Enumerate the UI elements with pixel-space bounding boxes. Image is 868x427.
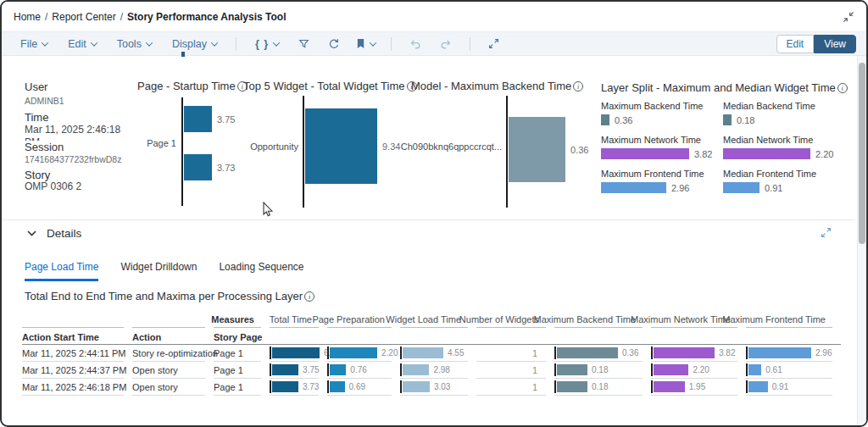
- action-start-time-cell[interactable]: Mar 11, 2025 2:46:18 PM: [22, 379, 124, 396]
- tab-loading-sequence[interactable]: Loading Sequence: [219, 261, 303, 281]
- data-bar: [723, 114, 732, 125]
- data-bar: [184, 154, 212, 180]
- story-page-cell[interactable]: Page 1: [214, 379, 261, 396]
- measure-cell[interactable]: 0.69: [327, 379, 392, 396]
- measure-cell[interactable]: 2.20: [327, 345, 392, 362]
- action-start-time-cell[interactable]: Mar 11, 2025 2:44:11 PM: [22, 345, 124, 362]
- header-cell: [22, 309, 124, 328]
- vertical-scrollbar-thumb[interactable]: [859, 63, 865, 244]
- col-header-max-frontend-time[interactable]: Maximum Frontend Time: [746, 309, 832, 328]
- axis-tick: [651, 347, 653, 359]
- view-mode-button[interactable]: View: [814, 35, 856, 53]
- script-menu-button[interactable]: { }: [247, 38, 287, 50]
- breadcrumb-report-center[interactable]: Report Center: [52, 11, 115, 23]
- tab-widget-drilldown[interactable]: Widget Drilldown: [120, 261, 197, 281]
- col-header-page-preparation[interactable]: Page Preparation: [327, 309, 392, 328]
- action-cell[interactable]: Open story: [132, 379, 205, 396]
- tile-label: Maximum Frontend Time: [601, 169, 723, 179]
- tab-page-load-time[interactable]: Page Load Time: [25, 261, 98, 281]
- measure-cell[interactable]: 3.82: [651, 345, 737, 362]
- measure-cell[interactable]: 3.03: [400, 379, 468, 396]
- story-page-cell[interactable]: Page 1: [214, 362, 261, 379]
- details-header[interactable]: Details: [27, 227, 81, 240]
- col-header-widget-load-time[interactable]: Widget Load Time: [400, 309, 468, 328]
- bar-startup-1[interactable]: 3.75: [184, 106, 235, 132]
- chevron-down-icon: [42, 39, 48, 46]
- measure-cell[interactable]: 2.20: [651, 362, 737, 379]
- layer-split-tile[interactable]: Maximum Frontend Time 2.96: [601, 169, 723, 193]
- breadcrumb-home[interactable]: Home: [14, 11, 41, 23]
- measure-cell[interactable]: 2.96: [746, 345, 832, 362]
- menu-display[interactable]: Display: [164, 38, 225, 50]
- axis-tick: [651, 363, 653, 376]
- details-expand-icon[interactable]: [821, 227, 832, 238]
- user-label: User: [25, 80, 47, 93]
- table-section-title: Total End to End Time and Maxima per Pro…: [25, 290, 314, 302]
- refresh-icon[interactable]: [320, 38, 348, 50]
- measure-cell[interactable]: 2.98: [400, 362, 468, 379]
- edit-mode-button[interactable]: Edit: [776, 35, 815, 53]
- measure-cell[interactable]: 0.61: [746, 362, 832, 379]
- story-page-cell[interactable]: Page 1: [214, 345, 261, 362]
- measure-cell[interactable]: 0.18: [554, 379, 643, 396]
- measure-cell[interactable]: 3.75: [270, 362, 319, 379]
- menu-file-label: File: [20, 38, 37, 50]
- bar-value: 2.20: [693, 365, 709, 374]
- measure-cell[interactable]: 0.91: [746, 379, 832, 396]
- toggle-fullscreen-icon[interactable]: [843, 11, 854, 23]
- axis-tick: [270, 347, 271, 359]
- measure-cell[interactable]: 6.75: [270, 345, 319, 362]
- col-header-max-backend-time[interactable]: Maximum Backend Time: [554, 309, 643, 328]
- chart-title-layer-split: Layer Split - Maximum and Median Widget …: [601, 81, 848, 94]
- data-bar: [305, 108, 377, 184]
- measure-cell[interactable]: 3.73: [270, 379, 319, 396]
- measure-cell[interactable]: 1: [476, 379, 546, 396]
- info-icon[interactable]: i: [573, 81, 583, 92]
- measure-cell[interactable]: 4.55: [400, 345, 468, 362]
- col-header-action-start-time[interactable]: Action Start Time: [22, 330, 132, 342]
- breadcrumb: Home / Report Center / Story Performance…: [2, 2, 866, 32]
- layer-split-tiles: Maximum Backend Time 0.36 Median Backend…: [601, 101, 845, 193]
- bar-value: 2.98: [433, 365, 449, 374]
- col-header-story-page[interactable]: Story Page: [214, 330, 270, 342]
- col-header-total-time[interactable]: Total Time: [270, 309, 319, 328]
- expand-fullscreen-icon[interactable]: [481, 38, 507, 49]
- measures-header[interactable]: Measures: [214, 309, 261, 328]
- measure-cell[interactable]: 0.76: [327, 362, 392, 379]
- vertical-scrollbar-track[interactable]: [857, 56, 866, 425]
- layer-split-tile[interactable]: Median Network Time 2.20: [723, 135, 845, 159]
- measure-cell[interactable]: 1: [476, 362, 546, 379]
- menu-file[interactable]: File: [12, 38, 56, 50]
- layer-split-tile[interactable]: Median Backend Time 0.18: [723, 101, 845, 125]
- measure-cell[interactable]: 0.18: [554, 362, 643, 379]
- action-cell[interactable]: Open story: [132, 362, 205, 379]
- table-row: Mar 11, 2025 2:44:11 PM Story re-optimiz…: [22, 345, 841, 362]
- filter-icon[interactable]: [291, 38, 317, 49]
- undo-icon[interactable]: [402, 38, 429, 49]
- tile-label: Median Network Time: [723, 135, 845, 145]
- measure-cell[interactable]: 1: [476, 345, 546, 362]
- redo-icon[interactable]: [432, 38, 459, 49]
- menu-edit[interactable]: Edit: [59, 38, 105, 50]
- bar-max-backend-time[interactable]: 0.36: [509, 117, 588, 182]
- action-cell[interactable]: Story re-optimization: [132, 345, 205, 362]
- axis-tick: [400, 380, 402, 393]
- col-header-action[interactable]: Action: [132, 330, 214, 342]
- info-icon[interactable]: i: [304, 291, 314, 302]
- tile-label: Median Frontend Time: [723, 169, 845, 179]
- bookmark-button[interactable]: [351, 38, 381, 49]
- bar-total-widget-time[interactable]: 9.34: [305, 108, 400, 184]
- axis-tick: [270, 363, 271, 376]
- info-icon[interactable]: i: [837, 83, 848, 93]
- bar-value: 0.61: [765, 365, 782, 374]
- measure-cell[interactable]: 0.36: [554, 345, 643, 362]
- measure-cell[interactable]: 1.95: [651, 379, 737, 396]
- details-label: Details: [47, 227, 81, 240]
- menu-tools[interactable]: Tools: [108, 38, 160, 50]
- layer-split-tile[interactable]: Median Frontend Time 0.91: [723, 169, 845, 193]
- action-start-time-cell[interactable]: Mar 11, 2025 2:44:37 PM: [22, 362, 124, 379]
- app-window: Home / Report Center / Story Performance…: [0, 0, 868, 427]
- bar-startup-2[interactable]: 3.73: [184, 154, 235, 180]
- layer-split-tile[interactable]: Maximum Backend Time 0.36: [601, 101, 723, 125]
- layer-split-tile[interactable]: Maximum Network Time 3.82: [601, 135, 723, 159]
